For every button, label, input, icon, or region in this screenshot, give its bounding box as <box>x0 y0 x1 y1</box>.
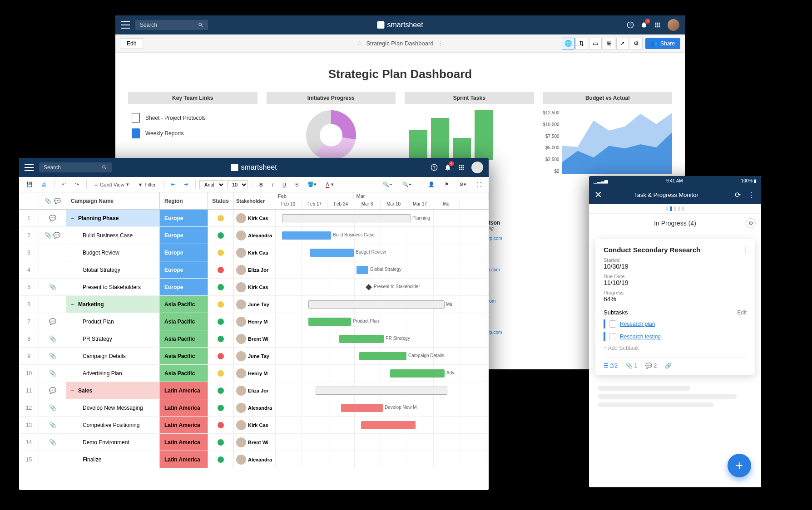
row-icons[interactable]: 📎 <box>39 348 66 364</box>
edit-button[interactable]: Edit <box>120 38 143 49</box>
cell-status[interactable] <box>208 261 233 278</box>
redo-icon[interactable]: ↷ <box>71 180 83 189</box>
table-row[interactable]: 6 −Marketing Asia Pacific June Tay Ma <box>19 296 489 313</box>
row-icons[interactable]: 💬 <box>39 210 66 226</box>
cell-status[interactable] <box>208 365 233 382</box>
cell-status[interactable] <box>208 348 233 364</box>
cell-status[interactable] <box>208 451 233 468</box>
cell-stakeholder[interactable]: Eliza Jor <box>233 382 275 399</box>
assign-icon[interactable]: 👤 <box>425 180 438 189</box>
row-icons[interactable]: 📎 <box>39 330 66 347</box>
table-row[interactable]: 14 📎 Demo Environment Latin America Bren… <box>19 434 489 451</box>
more-format-icon[interactable]: ⋯ <box>339 180 352 189</box>
user-avatar[interactable] <box>668 19 679 31</box>
present-button[interactable]: ▭ <box>589 38 602 49</box>
print-icon[interactable]: 🖶 <box>38 181 50 189</box>
cell-name[interactable]: PR Strategy <box>66 330 160 347</box>
table-row[interactable]: 4 Global Strategy Europe Eliza Jor Globa… <box>19 261 489 279</box>
refresh-icon[interactable]: ⟳ <box>735 191 743 199</box>
cell-stakeholder[interactable]: June Tay <box>233 348 275 364</box>
cell-status[interactable] <box>208 313 233 330</box>
search-box[interactable] <box>135 20 208 30</box>
zoom-out-icon[interactable]: 🔍− <box>379 180 396 189</box>
cell-region[interactable]: Europe <box>160 279 208 295</box>
flag-icon[interactable]: ⚑ <box>441 180 453 189</box>
cell-stakeholder[interactable]: Kirk Cas <box>233 279 275 295</box>
table-row[interactable]: 3 Budget Review Europe Kirk Cas Budget R… <box>19 244 489 261</box>
cell-name[interactable]: Competitive Positioning <box>66 417 160 433</box>
row-icons[interactable]: 📎 💬 <box>39 227 66 244</box>
col-header-status[interactable]: Status <box>208 192 233 210</box>
cell-status[interactable] <box>208 227 233 244</box>
cell-name[interactable]: Build Business Case <box>66 227 160 244</box>
team-link[interactable]: Sheet - Project Protocols <box>128 110 257 126</box>
gantt-lane[interactable]: Planning <box>275 210 489 226</box>
col-header-stakeholder[interactable]: Stakeholder <box>233 192 275 210</box>
gantt-lane[interactable]: Develop New M <box>275 399 489 416</box>
row-icons[interactable] <box>39 244 66 261</box>
link-icon[interactable]: 🔗 <box>665 363 672 369</box>
cell-stakeholder[interactable]: Henry M <box>233 313 275 330</box>
more-icon[interactable]: ⋮ <box>437 40 443 47</box>
col-header-region[interactable]: Region <box>160 192 208 210</box>
cell-region[interactable]: Latin America <box>160 399 208 416</box>
notification-icon[interactable]: 4 <box>444 164 451 171</box>
search-input[interactable] <box>140 22 194 28</box>
cell-stakeholder[interactable]: Alexandra <box>233 227 275 244</box>
cell-stakeholder[interactable]: Brent Wi <box>233 434 275 451</box>
cell-stakeholder[interactable]: Brent Wi <box>233 330 275 347</box>
indent-icon[interactable]: ⇥ <box>180 180 192 189</box>
italic-icon[interactable]: I <box>268 181 277 189</box>
cell-name[interactable]: Advertising Plan <box>66 365 160 382</box>
cell-region[interactable]: Latin America <box>160 417 208 433</box>
cell-name[interactable]: Campaign Details <box>66 348 160 364</box>
gantt-lane[interactable] <box>275 417 489 433</box>
cell-name[interactable]: −Marketing <box>66 296 160 313</box>
filter-button[interactable]: ▼ Filter <box>134 181 159 189</box>
subtask-item[interactable]: Research plan <box>604 319 747 329</box>
cell-name[interactable]: Finalize <box>66 451 160 468</box>
checklist-icon[interactable]: ☰ 2/2 <box>604 363 618 369</box>
table-row[interactable]: 9 📎 Campaign Details Asia Pacific June T… <box>19 348 489 365</box>
cell-status[interactable] <box>208 399 233 416</box>
team-link[interactable]: Weekly Reports <box>128 126 257 141</box>
settings-button[interactable]: ⚙ <box>630 38 643 49</box>
cell-region[interactable]: Europe <box>160 244 208 261</box>
cell-name[interactable]: −Planning Phase <box>66 210 160 226</box>
table-row[interactable]: 12 📎 Develop New Messaging Latin America… <box>19 399 489 417</box>
cell-stakeholder[interactable]: Henry M <box>233 365 275 382</box>
row-icons[interactable]: 📎 <box>39 365 66 382</box>
cell-status[interactable] <box>208 434 233 451</box>
user-avatar[interactable] <box>471 162 483 173</box>
activity-button[interactable]: ⇅ <box>575 38 588 49</box>
save-icon[interactable]: 💾 <box>23 180 36 189</box>
cell-region[interactable]: Asia Pacific <box>160 365 208 382</box>
gear-icon[interactable]: ⚙ <box>746 218 756 228</box>
size-select[interactable]: 10 <box>227 180 248 189</box>
cell-stakeholder[interactable]: Kirk Cas <box>233 210 275 226</box>
zoom-in-icon[interactable]: 🔍+ <box>399 180 415 189</box>
star-icon[interactable]: ☆ <box>357 40 362 47</box>
cell-name[interactable]: Demo Environment <box>66 434 160 451</box>
gantt-lane[interactable]: Budget Review <box>275 244 489 261</box>
cell-region[interactable]: Asia Pacific <box>160 330 208 347</box>
checkbox-icon[interactable] <box>609 320 616 328</box>
cell-region[interactable]: Europe <box>160 261 208 278</box>
table-row[interactable]: 10 📎 Advertising Plan Asia Pacific Henry… <box>19 365 489 382</box>
cell-name[interactable]: Develop New Messaging <box>66 399 160 416</box>
attachment-icon[interactable]: 📎 1 <box>626 363 637 369</box>
subtask-item[interactable]: Research testing <box>604 332 747 341</box>
apps-icon[interactable] <box>654 21 661 29</box>
table-row[interactable]: 8 📎 PR Strategy Asia Pacific Brent Wi PR… <box>19 330 489 348</box>
cell-status[interactable] <box>208 244 233 261</box>
col-header-name[interactable]: Campaign Name <box>66 192 160 210</box>
text-color-icon[interactable]: A▾ <box>322 180 337 189</box>
row-icons[interactable]: 📎 <box>39 279 66 295</box>
row-icons[interactable] <box>39 296 66 313</box>
table-row[interactable]: 15 Finalize Latin America Alexandra <box>19 451 489 468</box>
cell-stakeholder[interactable]: Alexandra <box>233 399 275 416</box>
row-icons[interactable]: 💬 <box>39 382 66 399</box>
search-input[interactable] <box>44 164 98 171</box>
gantt-lane[interactable]: Build Business Case <box>275 227 489 244</box>
help-icon[interactable]: ? <box>627 21 634 29</box>
